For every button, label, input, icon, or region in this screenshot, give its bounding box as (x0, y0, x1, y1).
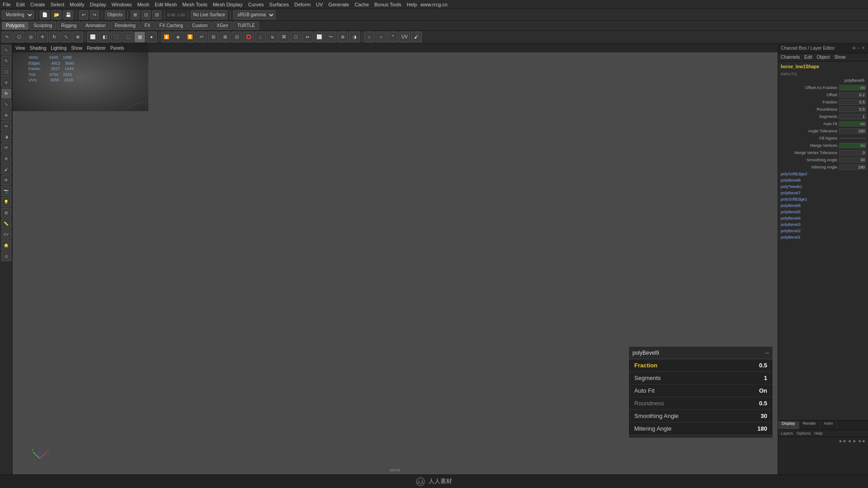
bevel-row-mitering[interactable]: Mitering Angle 180 (629, 422, 773, 435)
node-polytweak1[interactable]: polyTweak1 (778, 183, 868, 190)
cb-icon-close[interactable]: ✕ (862, 46, 865, 51)
quad-draw-tool[interactable]: ⬜ (314, 32, 325, 42)
snap2[interactable]: ⊡ (142, 10, 151, 19)
layer-tab-anim[interactable]: Anim (820, 421, 837, 429)
node-polybevel6[interactable]: polyBevel6 (778, 202, 868, 209)
insert-edge-tool[interactable]: ⊟ (208, 32, 219, 42)
sidebar-lasso[interactable]: ⬡ (1, 67, 11, 77)
layer-nav-first[interactable]: ◄◄ (838, 439, 846, 443)
menu-windows[interactable]: Windows (112, 2, 132, 7)
viewport[interactable]: View Shading Lighting Show Renderer Pane… (13, 43, 778, 474)
cb-icon-min[interactable]: ─ (857, 46, 860, 51)
vp-menu-view[interactable]: View (15, 46, 25, 51)
transform-tool[interactable]: ⊕ (72, 32, 83, 42)
sidebar-camera[interactable]: 📷 (1, 186, 11, 196)
cb-attr-segments[interactable]: Segments 1 (778, 113, 868, 120)
cb-attr-smoothing-angle[interactable]: Smoothing Angle 30 (778, 156, 868, 164)
menu-mesh-tools[interactable]: Mesh Tools (182, 2, 207, 7)
relax-tool[interactable]: 〜 (326, 32, 336, 42)
rotate-tool[interactable]: ↻ (49, 32, 60, 42)
sidebar-paint[interactable]: ✎ (1, 56, 11, 66)
tab-turtle[interactable]: TURTLE (233, 22, 259, 30)
vp-menu-shading[interactable]: Shading (30, 46, 47, 51)
objects-btn[interactable]: Objects (105, 10, 125, 19)
polygon-display3[interactable]: ⬛ (111, 32, 122, 42)
cb-attr-offset[interactable]: Offset 0.2 (778, 91, 868, 99)
vp-menu-renderer[interactable]: Renderer (87, 46, 106, 51)
vp-menu-show[interactable]: Show (71, 46, 82, 51)
layer-tab-display[interactable]: Display (778, 421, 799, 429)
no-live-surface-btn[interactable]: No Live Surface (191, 10, 227, 19)
move-tool[interactable]: ✛ (37, 32, 48, 42)
tab-fx-caching[interactable]: FX Caching (156, 22, 187, 30)
weld-tool[interactable]: ⌘ (278, 32, 289, 42)
connect-tool[interactable]: ⊡ (231, 32, 242, 42)
multi-cut-tool[interactable]: ⊞ (220, 32, 231, 42)
sidebar-xy[interactable]: XY (1, 230, 11, 239)
layer-nav-next[interactable]: ► (853, 439, 857, 443)
layer-nav-prev[interactable]: ◄ (847, 439, 851, 443)
node-polybevel2[interactable]: polyBevel2 (778, 228, 868, 234)
node-polybevel4[interactable]: polyBevel4 (778, 215, 868, 221)
node-polysoftedge2[interactable]: polySoftEdge2 (778, 171, 868, 177)
mirror-tool[interactable]: ⇔ (302, 32, 313, 42)
sidebar-eye[interactable]: 👁 (1, 175, 11, 185)
node-polybevel3[interactable]: polyBevel3 (778, 221, 868, 228)
menu-edit-mesh[interactable]: Edit Mesh (155, 2, 177, 7)
cb-attr-fraction[interactable]: Fraction 0.5 (778, 99, 868, 106)
cb-attr-fill-ngons[interactable]: Fill Ngons (778, 135, 868, 142)
menu-display[interactable]: Display (90, 2, 106, 7)
paint-weights[interactable]: 🖌 (411, 32, 422, 42)
node-polybevel1[interactable]: polyBevel1 (778, 234, 868, 240)
layer-nav-last[interactable]: ►► (858, 439, 866, 443)
snap1[interactable]: ⊞ (131, 10, 140, 19)
bevel-panel-minimize[interactable]: ─ (765, 350, 769, 356)
snap-vertex[interactable]: ⌂ (364, 32, 375, 42)
menu-cache[interactable]: Cache (354, 2, 369, 7)
sidebar-grid[interactable]: ⊞ (1, 208, 11, 218)
cb-menu-object[interactable]: Object (817, 55, 830, 60)
tab-fx[interactable]: FX (141, 22, 155, 30)
menu-deform[interactable]: Deform (294, 2, 311, 7)
cb-active-node-row[interactable]: polyBevel9 (778, 77, 868, 84)
uvs-tool[interactable]: UV (399, 32, 410, 42)
cb-attr-merge-vert-tol[interactable]: Merge Vertex Tolerance 0 (778, 149, 868, 156)
node-polysoftedge1[interactable]: polySoftEdge1 (778, 196, 868, 202)
menu-bonus-tools[interactable]: Bonus Tools (374, 2, 401, 7)
sidebar-move[interactable]: ✛ (1, 78, 11, 88)
cb-attr-roundness[interactable]: Roundness 0.5 (778, 106, 868, 113)
sidebar-scale[interactable]: ⤡ (1, 99, 11, 109)
tab-sculpting[interactable]: Sculpting (29, 22, 56, 30)
layer-menu-help[interactable]: Help (814, 431, 823, 436)
bevel-row-smoothing[interactable]: Smoothing Angle 30 (629, 410, 773, 422)
sidebar-soft[interactable]: ◑ (1, 132, 11, 142)
menu-mesh-display[interactable]: Mesh Display (213, 2, 243, 7)
cb-attr-merge-verts[interactable]: Merge Vertices on (778, 142, 868, 149)
sidebar-history[interactable]: ⟳ (1, 143, 11, 153)
polygon-display2[interactable]: ◧ (99, 32, 110, 42)
tab-rigging[interactable]: Rigging (57, 22, 80, 30)
layer-tab-render[interactable]: Render (799, 421, 821, 429)
menu-surfaces[interactable]: Surfaces (269, 2, 289, 7)
extrude-tool[interactable]: ⏫ (161, 32, 172, 42)
circularize-tool[interactable]: ⭕ (243, 32, 254, 42)
smooth-shaded[interactable]: ● (146, 32, 157, 42)
scale-tool[interactable]: ⤡ (61, 32, 71, 42)
menu-generate[interactable]: Generate (328, 2, 349, 7)
menu-edit[interactable]: Edit (16, 2, 25, 7)
bridge-tool[interactable]: ⏬ (184, 32, 195, 42)
menu-uv[interactable]: UV (316, 2, 323, 7)
gamma-dropdown[interactable]: sRGB gamma (233, 10, 275, 19)
menu-mesh[interactable]: Mesh (137, 2, 149, 7)
save-btn[interactable]: 💾 (63, 10, 73, 19)
split-tool[interactable]: ⟂ (255, 32, 266, 42)
sidebar-star[interactable]: ⭐ (1, 240, 11, 250)
cut-tool[interactable]: ✂ (196, 32, 207, 42)
cb-attr-angle-tol[interactable]: Angle Tolerance 180 (778, 127, 868, 135)
open-btn[interactable]: 📂 (52, 10, 61, 19)
menu-curves[interactable]: Curves (248, 2, 264, 7)
sidebar-paint2[interactable]: 🖌 (1, 164, 11, 174)
tab-xgen[interactable]: XGen (212, 22, 232, 30)
layer-menu-layers[interactable]: Layers (781, 431, 793, 436)
paint-tool[interactable]: ◎ (25, 32, 36, 42)
